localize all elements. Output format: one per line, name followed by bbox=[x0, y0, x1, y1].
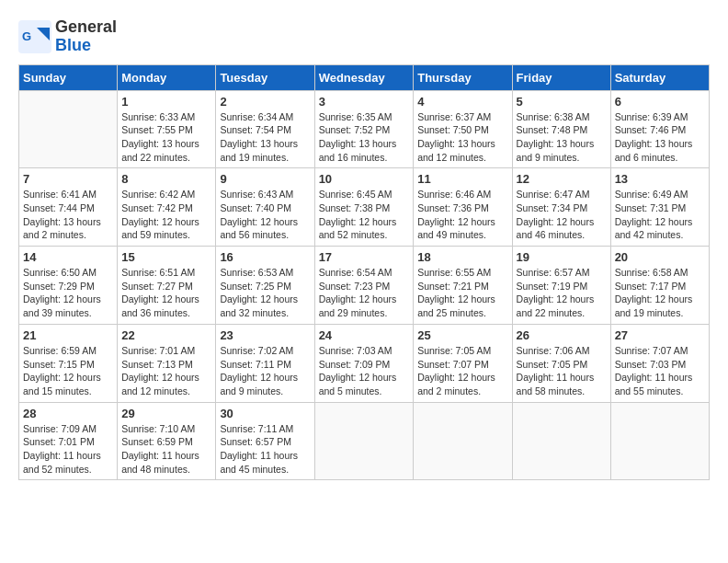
calendar-cell: 3Sunrise: 6:35 AM Sunset: 7:52 PM Daylig… bbox=[314, 90, 414, 168]
day-info: Sunrise: 7:05 AM Sunset: 7:07 PM Dayligh… bbox=[417, 344, 507, 398]
calendar-cell: 6Sunrise: 6:39 AM Sunset: 7:46 PM Daylig… bbox=[610, 90, 709, 168]
day-info: Sunrise: 6:37 AM Sunset: 7:50 PM Dayligh… bbox=[417, 110, 507, 165]
svg-text:G: G bbox=[22, 29, 31, 43]
day-info: Sunrise: 7:10 AM Sunset: 6:59 PM Dayligh… bbox=[121, 422, 211, 477]
calendar-cell bbox=[19, 90, 118, 168]
day-info: Sunrise: 6:58 AM Sunset: 7:17 PM Dayligh… bbox=[615, 266, 705, 320]
day-number: 8 bbox=[121, 172, 211, 186]
calendar-cell: 27Sunrise: 7:07 AM Sunset: 7:03 PM Dayli… bbox=[610, 324, 709, 402]
day-info: Sunrise: 7:09 AM Sunset: 7:01 PM Dayligh… bbox=[23, 422, 113, 477]
calendar-cell: 9Sunrise: 6:43 AM Sunset: 7:40 PM Daylig… bbox=[216, 168, 314, 247]
calendar-cell: 17Sunrise: 6:54 AM Sunset: 7:23 PM Dayli… bbox=[314, 247, 414, 325]
day-number: 1 bbox=[121, 95, 211, 109]
day-number: 20 bbox=[615, 250, 705, 264]
calendar-cell: 12Sunrise: 6:47 AM Sunset: 7:34 PM Dayli… bbox=[512, 168, 610, 247]
calendar-week-row: 7Sunrise: 6:41 AM Sunset: 7:44 PM Daylig… bbox=[19, 168, 710, 247]
day-number: 5 bbox=[517, 95, 607, 109]
calendar-cell: 21Sunrise: 6:59 AM Sunset: 7:15 PM Dayli… bbox=[19, 324, 118, 402]
calendar-cell: 1Sunrise: 6:33 AM Sunset: 7:55 PM Daylig… bbox=[118, 90, 216, 168]
day-info: Sunrise: 6:55 AM Sunset: 7:21 PM Dayligh… bbox=[417, 266, 507, 320]
day-number: 25 bbox=[417, 328, 507, 342]
calendar-table: SundayMondayTuesdayWednesdayThursdayFrid… bbox=[18, 64, 710, 481]
logo-icon: G bbox=[18, 20, 51, 53]
day-number: 7 bbox=[23, 172, 113, 186]
logo: G General Blue bbox=[18, 18, 117, 55]
day-number: 9 bbox=[220, 172, 310, 186]
day-header-saturday: Saturday bbox=[610, 64, 709, 90]
calendar-cell: 25Sunrise: 7:05 AM Sunset: 7:07 PM Dayli… bbox=[414, 324, 512, 402]
day-info: Sunrise: 6:50 AM Sunset: 7:29 PM Dayligh… bbox=[23, 266, 113, 320]
day-number: 27 bbox=[615, 328, 705, 342]
calendar-cell: 7Sunrise: 6:41 AM Sunset: 7:44 PM Daylig… bbox=[19, 168, 118, 247]
calendar-week-row: 14Sunrise: 6:50 AM Sunset: 7:29 PM Dayli… bbox=[19, 247, 710, 325]
day-number: 26 bbox=[517, 328, 607, 342]
calendar-cell: 24Sunrise: 7:03 AM Sunset: 7:09 PM Dayli… bbox=[314, 324, 414, 402]
day-number: 15 bbox=[121, 250, 211, 264]
day-number: 21 bbox=[23, 328, 113, 342]
day-info: Sunrise: 6:49 AM Sunset: 7:31 PM Dayligh… bbox=[615, 188, 705, 242]
calendar-cell: 2Sunrise: 6:34 AM Sunset: 7:54 PM Daylig… bbox=[216, 90, 314, 168]
day-number: 4 bbox=[417, 95, 507, 109]
day-number: 13 bbox=[615, 172, 705, 186]
day-number: 14 bbox=[23, 250, 113, 264]
day-header-thursday: Thursday bbox=[414, 64, 512, 90]
day-number: 22 bbox=[121, 328, 211, 342]
calendar-cell: 10Sunrise: 6:45 AM Sunset: 7:38 PM Dayli… bbox=[314, 168, 414, 247]
calendar-week-row: 28Sunrise: 7:09 AM Sunset: 7:01 PM Dayli… bbox=[19, 402, 710, 480]
day-number: 12 bbox=[517, 172, 607, 186]
calendar-cell: 18Sunrise: 6:55 AM Sunset: 7:21 PM Dayli… bbox=[414, 247, 512, 325]
calendar-week-row: 21Sunrise: 6:59 AM Sunset: 7:15 PM Dayli… bbox=[19, 324, 710, 402]
day-number: 30 bbox=[220, 407, 310, 420]
calendar-cell: 5Sunrise: 6:38 AM Sunset: 7:48 PM Daylig… bbox=[512, 90, 610, 168]
calendar-cell: 22Sunrise: 7:01 AM Sunset: 7:13 PM Dayli… bbox=[118, 324, 216, 402]
calendar-cell: 29Sunrise: 7:10 AM Sunset: 6:59 PM Dayli… bbox=[118, 402, 216, 480]
day-info: Sunrise: 6:42 AM Sunset: 7:42 PM Dayligh… bbox=[121, 188, 211, 242]
logo-blue: Blue bbox=[55, 37, 117, 55]
day-number: 29 bbox=[121, 407, 211, 420]
day-number: 3 bbox=[319, 95, 410, 109]
calendar-cell: 11Sunrise: 6:46 AM Sunset: 7:36 PM Dayli… bbox=[414, 168, 512, 247]
day-number: 11 bbox=[417, 172, 507, 186]
calendar-cell bbox=[610, 402, 709, 480]
day-info: Sunrise: 6:41 AM Sunset: 7:44 PM Dayligh… bbox=[23, 188, 113, 242]
page-header: G General Blue bbox=[18, 18, 710, 55]
calendar-cell: 19Sunrise: 6:57 AM Sunset: 7:19 PM Dayli… bbox=[512, 247, 610, 325]
day-info: Sunrise: 6:51 AM Sunset: 7:27 PM Dayligh… bbox=[121, 266, 211, 320]
day-info: Sunrise: 7:03 AM Sunset: 7:09 PM Dayligh… bbox=[319, 344, 410, 398]
day-number: 19 bbox=[517, 250, 607, 264]
calendar-cell: 16Sunrise: 6:53 AM Sunset: 7:25 PM Dayli… bbox=[216, 247, 314, 325]
calendar-cell bbox=[414, 402, 512, 480]
day-info: Sunrise: 6:39 AM Sunset: 7:46 PM Dayligh… bbox=[615, 110, 705, 165]
day-info: Sunrise: 7:06 AM Sunset: 7:05 PM Dayligh… bbox=[517, 344, 607, 398]
day-info: Sunrise: 6:54 AM Sunset: 7:23 PM Dayligh… bbox=[319, 266, 410, 320]
calendar-cell bbox=[512, 402, 610, 480]
day-info: Sunrise: 7:02 AM Sunset: 7:11 PM Dayligh… bbox=[220, 344, 310, 398]
day-number: 6 bbox=[615, 95, 705, 109]
day-info: Sunrise: 6:59 AM Sunset: 7:15 PM Dayligh… bbox=[23, 344, 113, 398]
day-info: Sunrise: 6:45 AM Sunset: 7:38 PM Dayligh… bbox=[319, 188, 410, 242]
day-info: Sunrise: 6:35 AM Sunset: 7:52 PM Dayligh… bbox=[319, 110, 410, 165]
day-info: Sunrise: 7:01 AM Sunset: 7:13 PM Dayligh… bbox=[121, 344, 211, 398]
day-header-friday: Friday bbox=[512, 64, 610, 90]
day-info: Sunrise: 6:47 AM Sunset: 7:34 PM Dayligh… bbox=[517, 188, 607, 242]
calendar-header-row: SundayMondayTuesdayWednesdayThursdayFrid… bbox=[19, 64, 710, 90]
day-number: 18 bbox=[417, 250, 507, 264]
calendar-cell: 14Sunrise: 6:50 AM Sunset: 7:29 PM Dayli… bbox=[19, 247, 118, 325]
logo-general: General bbox=[55, 18, 117, 37]
calendar-cell: 26Sunrise: 7:06 AM Sunset: 7:05 PM Dayli… bbox=[512, 324, 610, 402]
calendar-cell bbox=[314, 402, 414, 480]
calendar-cell: 30Sunrise: 7:11 AM Sunset: 6:57 PM Dayli… bbox=[216, 402, 314, 480]
calendar-cell: 15Sunrise: 6:51 AM Sunset: 7:27 PM Dayli… bbox=[118, 247, 216, 325]
calendar-cell: 20Sunrise: 6:58 AM Sunset: 7:17 PM Dayli… bbox=[610, 247, 709, 325]
day-info: Sunrise: 6:43 AM Sunset: 7:40 PM Dayligh… bbox=[220, 188, 310, 242]
day-info: Sunrise: 6:33 AM Sunset: 7:55 PM Dayligh… bbox=[121, 110, 211, 165]
day-number: 2 bbox=[220, 95, 310, 109]
day-header-sunday: Sunday bbox=[19, 64, 118, 90]
day-header-monday: Monday bbox=[118, 64, 216, 90]
day-number: 24 bbox=[319, 328, 410, 342]
day-header-tuesday: Tuesday bbox=[216, 64, 314, 90]
calendar-cell: 8Sunrise: 6:42 AM Sunset: 7:42 PM Daylig… bbox=[118, 168, 216, 247]
calendar-week-row: 1Sunrise: 6:33 AM Sunset: 7:55 PM Daylig… bbox=[19, 90, 710, 168]
day-info: Sunrise: 7:11 AM Sunset: 6:57 PM Dayligh… bbox=[220, 422, 310, 477]
day-info: Sunrise: 6:34 AM Sunset: 7:54 PM Dayligh… bbox=[220, 110, 310, 165]
